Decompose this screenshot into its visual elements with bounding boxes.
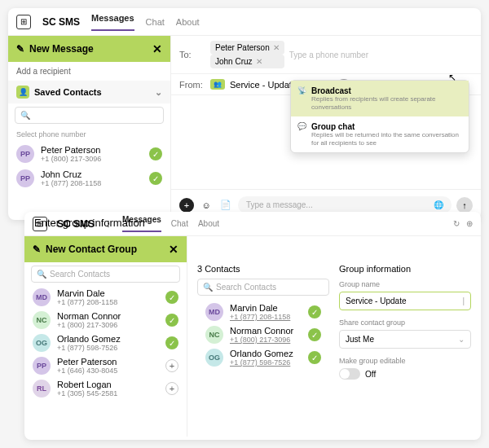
contact-name: John Cruz [41, 169, 143, 179]
group-info-area: Enter group information 3 Contacts 🔍 Sea… [187, 236, 481, 437]
broadcast-desc: Replies from recipients will create sepa… [311, 95, 462, 111]
banner-title: New Contact Group [46, 244, 137, 255]
new-contact-group-banner: ✎ New Contact Group ✕ [24, 236, 187, 262]
editable-label: Make group editable [339, 357, 471, 365]
close-icon[interactable]: ✕ [169, 243, 178, 256]
tab-about[interactable]: About [176, 17, 200, 27]
contact-row[interactable]: NC Norman Connor +1 (800) 217-3096 ✓ [24, 309, 187, 332]
translate-icon[interactable]: 🌐 [434, 200, 443, 209]
search-contacts-mid[interactable]: 🔍 Search Contacts [197, 279, 329, 296]
contact-row[interactable]: RL Robert Logan +1 (305) 545-2581 + [24, 377, 187, 400]
contact-row[interactable]: PP Peter Paterson +1 (646) 430-8045 + [24, 354, 187, 377]
check-icon[interactable]: ✓ [308, 305, 321, 318]
avatar: MD [205, 303, 223, 321]
remove-chip-icon[interactable]: ✕ [256, 57, 262, 66]
check-icon: ✓ [149, 147, 162, 160]
recipient-chip[interactable]: John Cruz✕ [210, 55, 284, 68]
contact-name: Norman Connor [57, 311, 159, 321]
contact-phone[interactable]: +1 (877) 598-7526 [230, 358, 302, 367]
refresh-icon[interactable]: ↻ [453, 219, 460, 228]
chevron-down-icon: ⌄ [458, 335, 465, 344]
avatar: NC [33, 311, 51, 329]
contact-count: 3 Contacts [197, 264, 329, 274]
avatar: PP [16, 145, 34, 163]
compose-area: To: Peter Paterson✕ John Cruz✕ Type a ph… [171, 36, 481, 220]
contact-name: Peter Paterson [57, 357, 159, 367]
send-button[interactable]: ↑ [456, 197, 473, 213]
sidebar: ✎ New Message ✕ Add a recipient 👤 Saved … [8, 36, 171, 220]
tab-messages[interactable]: Messages [91, 13, 134, 31]
check-icon[interactable]: ✓ [165, 336, 178, 349]
avatar: PP [16, 169, 34, 187]
contact-row[interactable]: PP Peter Paterson +1 (800) 217-3096 ✓ [8, 142, 170, 166]
contact-row[interactable]: OG Orlando Gomez +1 (877) 598-7526 ✓ [197, 346, 329, 369]
contact-name: Orlando Gomez [57, 334, 159, 344]
emoji-icon[interactable]: ☺ [199, 198, 214, 213]
brand: SC SMS [42, 16, 80, 28]
attach-icon[interactable]: 📄 [218, 198, 233, 213]
avatar: PP [33, 357, 51, 375]
share-value: Just Me [346, 335, 374, 344]
contact-row[interactable]: MD Marvin Dale +1 (877) 208-1158 ✓ [24, 286, 187, 309]
globe-icon[interactable]: ⊕ [466, 219, 473, 228]
remove-chip-icon[interactable]: ✕ [273, 43, 280, 52]
check-icon[interactable]: ✓ [308, 328, 321, 341]
contact-row[interactable]: OG Orlando Gomez +1 (877) 598-7526 ✓ [24, 332, 187, 354]
group-name-value: Service - Update [346, 296, 406, 305]
switch-icon [339, 368, 360, 380]
to-label: To: [179, 50, 205, 59]
header: ⊞ SC SMS Messages Chat About [8, 8, 481, 36]
search-placeholder: Search Contacts [50, 270, 110, 279]
groupchat-desc: Replies will be returned into the same c… [311, 131, 462, 147]
banner-title: New Message [29, 43, 94, 55]
cursor-icon: ↖ [448, 72, 456, 83]
new-message-banner: ✎ New Message ✕ [8, 36, 170, 62]
contact-row[interactable]: PP John Cruz +1 (877) 208-1158 ✓ [8, 166, 170, 191]
add-icon[interactable]: + [165, 382, 178, 395]
add-icon[interactable]: + [179, 198, 194, 213]
tab-chat[interactable]: Chat [171, 219, 188, 228]
group-name-input[interactable]: Service - Update | [339, 292, 471, 310]
close-icon[interactable]: ✕ [152, 42, 162, 55]
new-contact-group-panel: ⊞ SC SMS ⋮ Messages Chat About ↻ ⊕ ✎ New… [24, 212, 481, 440]
new-message-panel: ⊞ SC SMS Messages Chat About ✎ New Messa… [8, 8, 481, 220]
contact-row[interactable]: MD Marvin Dale +1 (877) 208-1158 ✓ [197, 301, 329, 323]
check-icon[interactable]: ✓ [165, 314, 178, 327]
add-icon[interactable]: + [165, 359, 178, 372]
contact-name: Orlando Gomez [230, 349, 302, 358]
contact-phone: +1 (800) 217-3096 [57, 321, 159, 329]
tab-about[interactable]: About [198, 219, 219, 228]
group-name-label: Group name [339, 280, 471, 288]
phone-input[interactable]: Type a phone number [289, 51, 368, 59]
dropdown-broadcast[interactable]: 📡 Broadcast Replies from recipients will… [291, 81, 469, 116]
person-icon: 👤 [16, 86, 29, 99]
contact-phone[interactable]: +1 (800) 217-3096 [230, 336, 302, 344]
toggle-state: Off [365, 370, 376, 379]
search-placeholder: Search Contacts [216, 283, 276, 292]
contact-name: Marvin Dale [57, 288, 159, 298]
search-input[interactable]: 🔍 [15, 107, 164, 124]
check-icon[interactable]: ✓ [308, 351, 321, 364]
chevron-down-icon: ⌄ [155, 87, 162, 98]
contact-name: Marvin Dale [230, 303, 302, 313]
avatar: OG [205, 349, 223, 367]
check-icon[interactable]: ✓ [165, 291, 178, 304]
editable-toggle[interactable]: Off [339, 368, 471, 380]
from-label: From: [179, 80, 205, 90]
compose-icon: ✎ [33, 244, 41, 255]
share-label: Share contact group [339, 318, 471, 327]
broadcast-title: Broadcast [311, 86, 462, 95]
message-input[interactable]: Type a message... 🌐 [238, 196, 452, 213]
dropdown-groupchat[interactable]: 💬 Group chat Replies will be returned in… [291, 116, 469, 152]
share-select[interactable]: Just Me ⌄ [339, 330, 471, 349]
contact-row[interactable]: NC Norman Connor +1 (800) 217-3096 ✓ [197, 323, 329, 346]
contact-name: Peter Paterson [41, 145, 143, 155]
search-contacts[interactable]: 🔍 Search Contacts [31, 266, 180, 283]
saved-contacts-toggle[interactable]: 👤 Saved Contacts ⌄ [8, 81, 170, 103]
recipient-chip[interactable]: Peter Paterson✕ [210, 41, 284, 55]
contact-phone[interactable]: +1 (877) 208-1158 [230, 313, 302, 321]
text-cursor: | [462, 296, 465, 305]
from-value[interactable]: Service - Update [230, 80, 297, 90]
tab-chat[interactable]: Chat [146, 17, 165, 27]
group-icon: 👥 [210, 79, 225, 90]
